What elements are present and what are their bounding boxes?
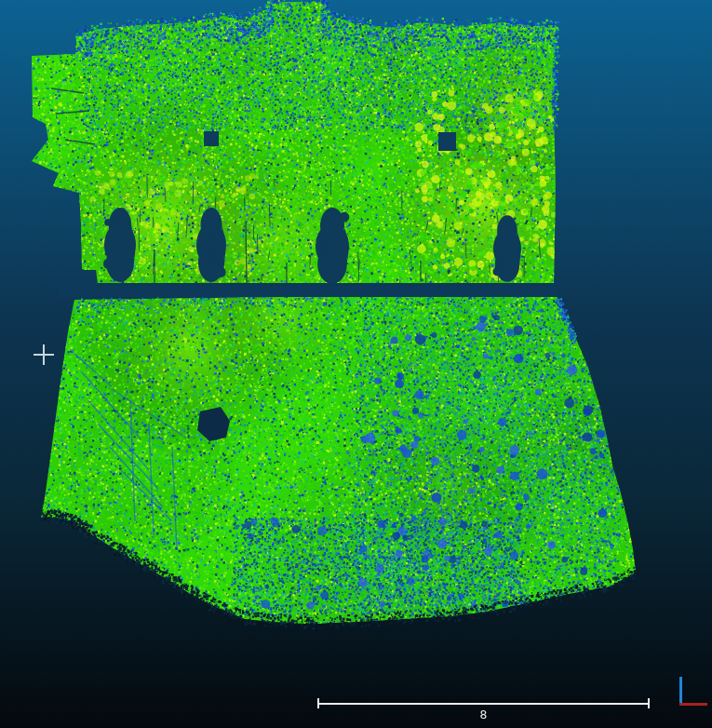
scale-bar-line — [317, 703, 650, 705]
z-axis-icon — [679, 677, 682, 706]
scale-bar-label: 8 — [480, 708, 488, 721]
point-cloud-viewer: 8 — [0, 0, 712, 728]
scale-bar-right-tick — [648, 698, 650, 708]
scale-bar: 8 — [317, 697, 650, 725]
axis-orientation-gizmo — [679, 677, 707, 706]
x-axis-icon — [679, 703, 707, 706]
point-cloud-viewport[interactable] — [0, 0, 712, 728]
